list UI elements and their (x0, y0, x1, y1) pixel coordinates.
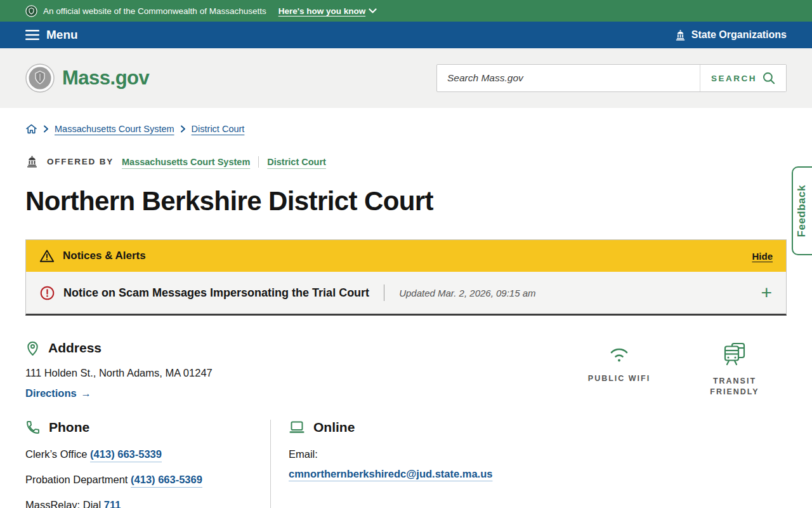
offered-by-link-court-system[interactable]: Massachusetts Court System (122, 157, 250, 167)
online-heading-row: Online (289, 420, 537, 435)
laptop-icon (289, 420, 305, 435)
phone-icon (25, 420, 41, 435)
address-heading-row: Address (25, 340, 213, 356)
amenity-transit-friendly: TRANSIT FRIENDLY (698, 342, 771, 399)
breadcrumb-link-district-court[interactable]: District Court (192, 124, 245, 134)
statehouse-icon (674, 29, 686, 41)
breadcrumb-separator-icon (43, 125, 49, 133)
search-button-label: SEARCH (711, 74, 757, 83)
hide-alerts-link[interactable]: Hide (752, 251, 773, 262)
state-seal-icon (25, 5, 37, 17)
state-organizations-label: State Organizations (691, 29, 787, 41)
phone-heading-row: Phone (25, 420, 270, 435)
contact-section: Phone Clerk’s Office (413) 663-5339 Prob… (25, 420, 787, 508)
statehouse-icon (25, 155, 39, 168)
notices-alerts-box: Notices & Alerts Hide Notice on Scam Mes… (25, 239, 787, 316)
address-heading: Address (48, 340, 102, 356)
breadcrumb: Massachusetts Court System District Cour… (25, 123, 787, 135)
arrow-right-icon: → (81, 387, 91, 399)
phone-heading: Phone (49, 420, 89, 435)
search-button[interactable]: SEARCH (700, 65, 786, 91)
massgov-logo[interactable]: Mass.gov (25, 64, 149, 93)
alert-circle-icon (40, 286, 55, 300)
offered-by-label: OFFERED BY (47, 157, 114, 166)
email-link[interactable]: cmnorthernberkshiredc@jud.state.ma.us (289, 465, 498, 483)
offered-by-row: OFFERED BY Massachusetts Court System Di… (25, 155, 787, 168)
breadcrumb-link-court-system[interactable]: Massachusetts Court System (55, 124, 174, 134)
phone-row-probation: Probation Department (413) 663-5369 (25, 474, 270, 486)
official-banner-text: An official website of the Commonwealth … (43, 6, 266, 16)
phone-row-massrelay: MassRelay: Dial 711 (25, 499, 270, 508)
warning-triangle-icon (39, 249, 55, 263)
phone-row-clerks-office: Clerk’s Office (413) 663-5339 (25, 448, 270, 460)
feedback-tab[interactable]: Feedback (792, 166, 812, 255)
massgov-logo-text: Mass.gov (62, 67, 149, 90)
search-bar: SEARCH (436, 64, 787, 92)
state-organizations-button[interactable]: State Organizations (674, 29, 787, 41)
location-pin-icon (25, 340, 40, 356)
divider (384, 284, 384, 301)
notices-alerts-title: Notices & Alerts (63, 250, 146, 262)
phone-link-clerks-office[interactable]: (413) 663-5339 (90, 448, 162, 462)
main-nav-bar: Menu State Organizations (0, 22, 812, 48)
menu-button[interactable]: Menu (25, 28, 78, 42)
online-heading: Online (313, 420, 355, 435)
address-block: Address 111 Holden St., North Adams, MA … (25, 340, 213, 399)
phone-link-probation[interactable]: (413) 663-5369 (131, 474, 202, 488)
divider (258, 156, 259, 168)
phone-block: Phone Clerk’s Office (413) 663-5339 Prob… (25, 420, 270, 508)
notice-accordion-row[interactable]: Notice on Scam Messages Impersonating th… (26, 272, 786, 314)
breadcrumb-home-link[interactable] (25, 123, 37, 135)
address-line: 111 Holden St., North Adams, MA 01247 (25, 367, 213, 379)
email-label: Email: (289, 448, 537, 460)
chevron-down-icon (369, 8, 377, 14)
amenity-label: TRANSIT FRIENDLY (698, 376, 771, 398)
massgov-seal-icon (25, 64, 55, 93)
site-header: Mass.gov SEARCH (0, 48, 812, 108)
directions-link[interactable]: Directions → (25, 387, 91, 399)
heres-how-you-know-toggle[interactable]: Here's how you know (278, 6, 377, 16)
hamburger-icon (25, 30, 39, 40)
address-section: Address 111 Holden St., North Adams, MA … (25, 340, 787, 399)
wifi-icon (606, 342, 632, 364)
notices-alerts-header: Notices & Alerts Hide (26, 240, 786, 272)
home-icon (25, 123, 37, 135)
expand-plus-icon[interactable]: + (761, 283, 772, 302)
online-block: Online Email: cmnorthernberkshiredc@jud.… (270, 420, 537, 508)
amenities: PUBLIC WIFI TRANSIT F (582, 342, 787, 399)
feedback-tab-label: Feedback (796, 185, 808, 237)
page-title: Northern Berkshire District Court (25, 186, 787, 217)
directions-row: Directions → (25, 387, 213, 399)
transit-icon (722, 342, 747, 366)
official-banner: An official website of the Commonwealth … (0, 0, 812, 22)
menu-label: Menu (46, 28, 78, 42)
search-input[interactable] (437, 65, 700, 91)
breadcrumb-separator-icon (180, 125, 186, 133)
amenity-label: PUBLIC WIFI (588, 373, 650, 384)
offered-by-link-district-court[interactable]: District Court (267, 157, 326, 167)
phone-link-massrelay[interactable]: 711 (104, 499, 121, 508)
search-icon (763, 72, 775, 84)
notice-updated-timestamp: Updated Mar. 2, 2026, 09:15 am (399, 288, 535, 298)
amenity-public-wifi: PUBLIC WIFI (582, 342, 656, 399)
notice-title: Notice on Scam Messages Impersonating th… (63, 286, 369, 300)
